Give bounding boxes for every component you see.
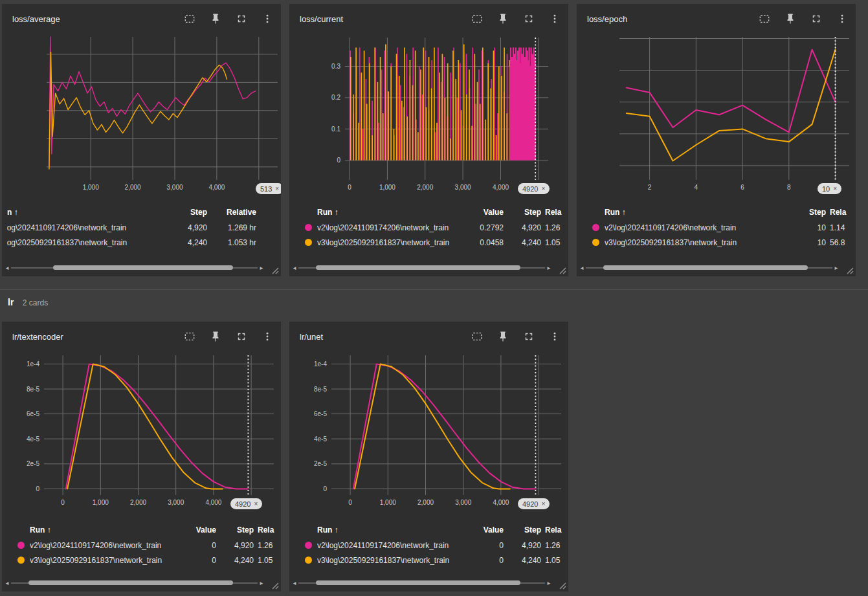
table-row[interactable]: v2\log\20241109174206\network_train0.279… xyxy=(289,220,568,235)
column-header-step[interactable]: Step xyxy=(792,208,826,217)
scroll-left-icon[interactable]: ◄ xyxy=(3,265,11,271)
scrollbar-thumb[interactable] xyxy=(53,265,233,270)
column-header-run[interactable]: Run ↑ xyxy=(7,208,166,217)
run-color-dot[interactable] xyxy=(592,224,599,231)
badge-close-icon[interactable]: × xyxy=(275,186,279,192)
more-options-button[interactable] xyxy=(546,10,563,27)
scroll-right-icon[interactable]: ► xyxy=(832,265,840,271)
run-color-dot[interactable] xyxy=(305,224,312,231)
column-header-rela[interactable]: Rela xyxy=(545,208,568,217)
scrollbar-track[interactable] xyxy=(11,263,258,272)
chart-canvas[interactable]: 01,0002,0003,0004,00002e-54e-56e-58e-51e… xyxy=(289,351,568,512)
horizontal-scrollbar[interactable]: ◄ ► xyxy=(3,263,265,272)
horizontal-scrollbar[interactable]: ◄ ► xyxy=(291,263,553,272)
table-row[interactable]: v3\log\20250929161837\network_train04,24… xyxy=(2,553,281,568)
more-options-button[interactable] xyxy=(546,328,563,345)
badge-close-icon[interactable]: × xyxy=(254,501,258,507)
run-color-dot[interactable] xyxy=(305,542,312,549)
fit-to-data-button[interactable] xyxy=(756,10,773,27)
scrollbar-track[interactable] xyxy=(298,579,545,588)
fit-to-data-button[interactable] xyxy=(181,328,198,345)
run-color-dot[interactable] xyxy=(305,239,312,246)
table-row[interactable]: v3\log\20250929161837\network_train1056.… xyxy=(577,235,856,250)
fit-to-data-button[interactable] xyxy=(469,328,485,345)
column-header-value[interactable]: Value xyxy=(467,208,504,217)
fullscreen-button[interactable] xyxy=(233,328,250,345)
table-row[interactable]: v2\log\20241109174206\network_train04,92… xyxy=(289,538,568,553)
column-header-value[interactable]: Value xyxy=(467,525,504,535)
scrollbar-thumb[interactable] xyxy=(603,265,808,270)
column-header-rela[interactable]: Rela xyxy=(830,208,856,217)
run-color-dot[interactable] xyxy=(17,557,25,564)
fullscreen-button[interactable] xyxy=(520,10,537,27)
step-selector-badge[interactable]: 513 × xyxy=(256,183,281,194)
scrollbar-track[interactable] xyxy=(298,263,545,272)
fullscreen-button[interactable] xyxy=(520,328,537,345)
column-header-step[interactable]: Step xyxy=(170,208,207,217)
scrollbar-thumb[interactable] xyxy=(316,580,520,585)
chart-canvas[interactable]: 01,0002,0003,0004,00000.10.20.3 xyxy=(289,34,568,194)
badge-close-icon[interactable]: × xyxy=(541,186,545,192)
resize-handle[interactable] xyxy=(271,266,279,274)
table-row[interactable]: v3\log\20250929161837\network_train0.045… xyxy=(289,235,568,250)
scrollbar-track[interactable] xyxy=(586,263,832,272)
scroll-left-icon[interactable]: ◄ xyxy=(578,265,586,271)
scroll-left-icon[interactable]: ◄ xyxy=(291,265,298,271)
more-options-button[interactable] xyxy=(259,328,276,345)
column-header-value[interactable]: Value xyxy=(180,525,216,535)
fit-to-data-button[interactable] xyxy=(469,10,485,27)
scroll-right-icon[interactable]: ► xyxy=(258,580,265,586)
run-color-dot[interactable] xyxy=(592,239,599,246)
table-row[interactable]: v2\log\20241109174206\network_train04,92… xyxy=(2,538,281,553)
scroll-right-icon[interactable]: ► xyxy=(258,265,265,271)
step-selector-badge[interactable]: 4920 × xyxy=(518,183,550,194)
fullscreen-button[interactable] xyxy=(808,10,825,27)
column-header-run[interactable]: Run ↑ xyxy=(17,525,176,535)
scrollbar-thumb[interactable] xyxy=(28,580,233,585)
chart-area[interactable]: 1,0002,0003,0004,000 513 × xyxy=(2,34,281,194)
resize-handle[interactable] xyxy=(558,266,566,274)
pin-card-button[interactable] xyxy=(495,328,511,345)
chart-canvas[interactable]: 1,0002,0003,0004,000 xyxy=(2,34,281,194)
table-row[interactable]: v2\log\20241109174206\network_train4,920… xyxy=(2,220,281,235)
pin-card-button[interactable] xyxy=(495,10,511,27)
more-options-button[interactable] xyxy=(834,10,851,27)
run-color-dot[interactable] xyxy=(17,542,25,549)
resize-handle[interactable] xyxy=(271,581,279,590)
run-color-dot[interactable] xyxy=(305,557,312,564)
scroll-left-icon[interactable]: ◄ xyxy=(3,580,11,586)
horizontal-scrollbar[interactable]: ◄ ► xyxy=(578,263,840,272)
column-header-relative[interactable]: Relative xyxy=(211,208,256,217)
column-header-run[interactable]: Run ↑ xyxy=(305,525,463,535)
column-header-step[interactable]: Step xyxy=(220,525,254,535)
step-selector-badge[interactable]: 4920 × xyxy=(518,498,550,509)
scroll-right-icon[interactable]: ► xyxy=(545,580,553,586)
step-selector-badge[interactable]: 10 × xyxy=(818,183,841,194)
column-header-rela[interactable]: Rela xyxy=(545,525,568,535)
scroll-right-icon[interactable]: ► xyxy=(545,265,553,271)
pin-card-button[interactable] xyxy=(207,328,224,345)
pin-card-button[interactable] xyxy=(207,10,224,27)
chart-area[interactable]: 01,0002,0003,0004,00000.10.20.3 4920 × xyxy=(289,34,568,194)
column-header-step[interactable]: Step xyxy=(507,208,541,217)
resize-handle[interactable] xyxy=(558,581,566,590)
more-options-button[interactable] xyxy=(259,10,276,27)
table-row[interactable]: v3\log\20250929161837\network_train04,24… xyxy=(289,553,568,568)
chart-area[interactable]: 2468 10 × xyxy=(577,34,856,194)
horizontal-scrollbar[interactable]: ◄ ► xyxy=(3,579,265,588)
column-header-step[interactable]: Step xyxy=(507,525,541,535)
column-header-run[interactable]: Run ↑ xyxy=(592,208,788,217)
horizontal-scrollbar[interactable]: ◄ ► xyxy=(291,579,553,588)
chart-area[interactable]: 01,0002,0003,0004,00002e-54e-56e-58e-51e… xyxy=(289,351,568,512)
pin-card-button[interactable] xyxy=(782,10,799,27)
scroll-left-icon[interactable]: ◄ xyxy=(291,580,298,586)
chart-area[interactable]: 01,0002,0003,0004,00002e-54e-56e-58e-51e… xyxy=(2,351,281,512)
fit-to-data-button[interactable] xyxy=(181,10,198,27)
badge-close-icon[interactable]: × xyxy=(833,186,837,192)
table-row[interactable]: v2\log\20241109174206\network_train101.1… xyxy=(577,220,856,235)
column-header-run[interactable]: Run ↑ xyxy=(305,208,463,217)
chart-canvas[interactable]: 2468 xyxy=(577,34,856,194)
scrollbar-thumb[interactable] xyxy=(316,265,520,270)
step-selector-badge[interactable]: 4920 × xyxy=(230,498,262,509)
chart-canvas[interactable]: 01,0002,0003,0004,00002e-54e-56e-58e-51e… xyxy=(2,351,281,512)
